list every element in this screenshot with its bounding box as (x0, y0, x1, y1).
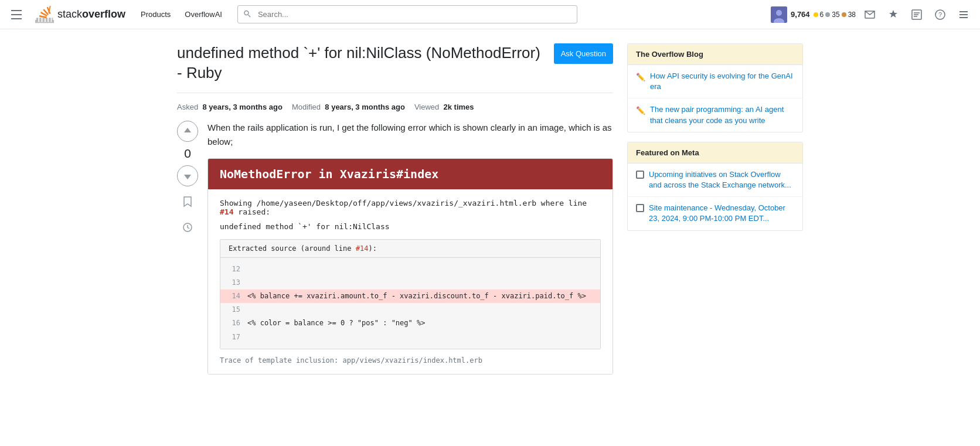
pencil-icon-1: ✏️ (636, 72, 645, 83)
code-lines: 121314<% balance += xvaziri.amount.to_f … (220, 258, 600, 349)
vote-cell: 0 (177, 121, 198, 384)
topbar-right: 9,764 6 35 38 ? (771, 5, 973, 24)
svg-rect-2 (11, 18, 22, 19)
inbox-icon[interactable] (860, 5, 879, 24)
gold-badge-dot (814, 12, 818, 17)
checkbox-icon-1 (636, 171, 644, 179)
gold-badge-count: 6 (820, 11, 824, 19)
source-box: Extracted source (around line #14): 1213… (220, 239, 601, 349)
svg-rect-0 (11, 10, 22, 11)
achievements-icon[interactable] (884, 5, 903, 24)
question-header: undefined method `+' for nil:NilClass (N… (177, 43, 613, 93)
reputation-score: 9,764 (791, 10, 810, 19)
line-code: <% balance += xvaziri.amount.to_f - xvaz… (247, 291, 586, 302)
line-number: 14 (229, 291, 240, 302)
help-icon[interactable]: ? (931, 5, 950, 24)
blog-widget-header: The Overflow Blog (628, 44, 802, 65)
error-header-bar: NoMethodError in Xvaziris#index (208, 159, 612, 189)
code-line: 14<% balance += xvaziri.amount.to_f - xv… (220, 290, 600, 303)
meta-widget-header: Featured on Meta (628, 142, 802, 164)
post-text: When the rails application is run, I get… (207, 121, 613, 149)
overflow-blog-widget: The Overflow Blog ✏️ How API security is… (627, 43, 803, 132)
error-method: undefined method `+' for nil:NilClass (220, 222, 601, 231)
trace-text: Trace of template inclusion: app/views/x… (220, 356, 601, 365)
more-options-icon[interactable] (954, 5, 973, 24)
error-path: Showing /home/yaseen/Desktop/off/app/vie… (220, 199, 601, 216)
code-line: 17 (220, 331, 600, 344)
viewed-meta: Viewed 2k times (414, 103, 474, 111)
question-area: undefined method `+' for nil:NilClass (N… (177, 43, 613, 384)
post-body: When the rails application is run, I get… (207, 121, 613, 384)
blog-link-1[interactable]: How API security is evolving for the Gen… (650, 71, 794, 92)
history-button[interactable] (177, 217, 198, 238)
silver-badge-dot (825, 12, 830, 17)
svg-rect-9 (959, 11, 968, 12)
line-number: 12 (229, 264, 240, 275)
line-number: 17 (229, 332, 240, 343)
post-layout: 0 When the rails application is run, I g… (177, 121, 613, 384)
code-line: 12 (220, 263, 600, 276)
main-nav: Products OverflowAI (135, 6, 228, 22)
error-body: Showing /home/yaseen/Desktop/off/app/vie… (208, 189, 612, 374)
search-container (237, 5, 577, 23)
products-nav-link[interactable]: Products (135, 6, 176, 22)
bronze-badge-dot (842, 12, 846, 17)
code-line: 15 (220, 303, 600, 316)
featured-meta-widget: Featured on Meta Upcoming initiatives on… (627, 142, 803, 231)
logo-text: stackoverflow (57, 8, 125, 21)
overflowai-nav-link[interactable]: OverflowAI (179, 6, 228, 22)
downvote-button[interactable] (177, 165, 198, 186)
modified-meta: Modified 8 years, 3 months ago (292, 103, 405, 111)
user-profile[interactable]: 9,764 6 35 38 (771, 6, 856, 23)
blog-item-1: ✏️ How API security is evolving for the … (628, 65, 802, 98)
topbar: stackoverflow Products OverflowAI 9,764 … (0, 0, 980, 29)
svg-rect-1 (11, 14, 22, 15)
question-title: undefined method `+' for nil:NilClass (N… (177, 43, 545, 83)
search-input[interactable] (237, 5, 577, 23)
upvote-button[interactable] (177, 121, 198, 142)
code-line: 13 (220, 276, 600, 290)
blog-link-2[interactable]: The new pair programming: an AI agent th… (650, 104, 794, 125)
sidebar: The Overflow Blog ✏️ How API security is… (627, 43, 803, 384)
svg-rect-11 (959, 17, 968, 18)
error-image: NoMethodError in Xvaziris#index Showing … (207, 158, 613, 374)
pencil-icon-2: ✏️ (636, 105, 645, 116)
meta-link-2[interactable]: Site maintenance - Wednesday, October 23… (649, 203, 794, 224)
checkbox-icon-2 (636, 204, 644, 212)
line-number: 15 (229, 304, 240, 315)
question-meta: Asked 8 years, 3 months ago Modified 8 y… (177, 103, 613, 111)
bookmark-button[interactable] (177, 191, 198, 212)
code-line: 16<% color = balance >= 0 ? "pos" : "neg… (220, 316, 600, 330)
meta-item-1: Upcoming initiatives on Stack Overflow a… (628, 164, 802, 197)
badge-group: 6 35 38 (814, 11, 856, 19)
line-number: 13 (229, 277, 240, 288)
line-number: 16 (229, 318, 240, 329)
meta-link-1[interactable]: Upcoming initiatives on Stack Overflow a… (649, 169, 794, 190)
svg-text:?: ? (938, 11, 942, 18)
ask-question-button[interactable]: Ask Question (554, 43, 613, 64)
site-logo[interactable]: stackoverflow (35, 5, 125, 24)
svg-point-4 (776, 10, 782, 16)
svg-rect-10 (959, 14, 968, 15)
silver-badge-count: 35 (832, 11, 839, 19)
vote-count: 0 (184, 147, 191, 161)
line-code: <% color = balance >= 0 ? "pos" : "neg" … (247, 318, 425, 329)
asked-meta: Asked 8 years, 3 months ago (177, 103, 283, 111)
meta-item-2: Site maintenance - Wednesday, October 23… (628, 197, 802, 230)
avatar (771, 6, 787, 23)
bronze-badge-count: 38 (848, 11, 856, 19)
main-content: undefined method `+' for nil:NilClass (N… (168, 29, 812, 398)
hamburger-menu-button[interactable] (7, 5, 26, 24)
review-queues-icon[interactable] (907, 5, 926, 24)
source-header: Extracted source (around line #14): (220, 240, 600, 258)
blog-item-2: ✏️ The new pair programming: an AI agent… (628, 98, 802, 131)
search-icon (243, 9, 251, 19)
